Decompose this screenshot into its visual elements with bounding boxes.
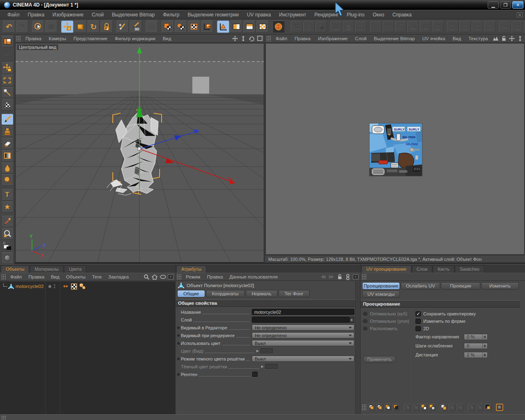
- tab-swatches[interactable]: Swatches: [455, 265, 484, 273]
- tex-menu-image[interactable]: Изображение: [314, 36, 351, 41]
- live-selection-icon[interactable]: [32, 21, 44, 33]
- layer-select-icon[interactable]: [420, 404, 428, 411]
- uv-tool-disabled-icon[interactable]: ◰: [459, 21, 471, 32]
- viewport-rotate-icon[interactable]: [248, 35, 255, 42]
- close-button[interactable]: ✕: [512, 1, 523, 9]
- uvw-tag-icon[interactable]: [71, 283, 77, 290]
- uv-btn-transform[interactable]: Изменить: [481, 282, 519, 290]
- vp-menu-filter[interactable]: Фильтр индикации: [111, 36, 159, 41]
- attr-link-icon[interactable]: [345, 274, 351, 280]
- visible-editor-dropdown[interactable]: Не определено: [252, 324, 354, 331]
- layer-orange-icon[interactable]: [384, 404, 392, 411]
- keep-orientation-checkbox[interactable]: [415, 311, 421, 317]
- uv-toolbar-drag-handle[interactable]: [362, 404, 366, 411]
- attributes-scrollbar[interactable]: [355, 281, 360, 414]
- obj-menu-bookmark[interactable]: Закладка: [105, 274, 132, 279]
- anim-dot[interactable]: [177, 342, 180, 345]
- uv-drag-handle[interactable]: [362, 274, 366, 280]
- menu-plugins[interactable]: Plug-ins: [342, 12, 368, 18]
- objects-drag-handle[interactable]: [1, 274, 6, 280]
- axis-lock-icon[interactable]: [100, 21, 113, 33]
- name-input[interactable]: [252, 309, 354, 315]
- uv-tool-disabled-icon[interactable]: ▦: [331, 21, 342, 32]
- search-icon[interactable]: [143, 274, 150, 280]
- uv-tool-disabled-icon[interactable]: ▧: [432, 21, 443, 32]
- uv-tool-disabled-icon[interactable]: ↝: [499, 21, 511, 32]
- visible-render-dropdown[interactable]: Не определено: [252, 332, 354, 338]
- tex-menu-file[interactable]: Файл: [272, 36, 291, 41]
- uv-tool-disabled-icon[interactable]: ⊠: [420, 21, 431, 32]
- paint-texture-icon[interactable]: [188, 21, 200, 33]
- color-picker-zoom-icon[interactable]: [1, 228, 14, 240]
- layout-quad-icon[interactable]: [256, 21, 269, 33]
- viewport-canvas[interactable]: Y Z X Центральный вид: [15, 43, 264, 262]
- expand-arrow-icon[interactable]: ▶: [261, 365, 264, 368]
- vp-menu-cameras[interactable]: Камеры: [45, 36, 70, 41]
- scale-tool-icon[interactable]: [74, 21, 87, 33]
- anim-dot[interactable]: [177, 334, 180, 337]
- obj-menu-tags[interactable]: Теги: [89, 274, 105, 279]
- uv-tool-disabled-icon[interactable]: ▨: [511, 21, 523, 32]
- stamp-tool-icon[interactable]: [1, 126, 14, 137]
- vp-menu-edit[interactable]: Правка: [22, 36, 45, 41]
- minimize-button[interactable]: ▁: [488, 1, 499, 9]
- tex-menu-layer[interactable]: Слой: [352, 36, 370, 41]
- grid-dark-mode-dropdown[interactable]: Выкл: [252, 356, 354, 362]
- dodge-tool-icon[interactable]: [1, 174, 14, 186]
- tab-attributes[interactable]: Атрибуты: [176, 265, 206, 273]
- menu-bitmap-selection[interactable]: Выделение Bitmap: [108, 12, 159, 18]
- texture-zoom-icon[interactable]: [517, 35, 523, 42]
- menubar-corner-icon[interactable]: ⧉: [517, 12, 523, 17]
- radio-optimal-angle[interactable]: [363, 319, 368, 324]
- direction-factor-field[interactable]: 0 %: [464, 334, 488, 340]
- vp-menu-view[interactable]: Вид: [159, 36, 175, 41]
- tab-brush[interactable]: Кисть: [433, 265, 454, 273]
- spinner-arrows-icon[interactable]: [482, 334, 487, 340]
- layer-copy-icon[interactable]: [376, 404, 383, 411]
- uv-mesh-edit-icon[interactable]: [1, 99, 14, 110]
- tab-layers[interactable]: Слои: [412, 265, 433, 273]
- uv-tool-disabled-icon[interactable]: ↕: [370, 21, 382, 32]
- layer-tool-disabled-icon[interactable]: [457, 404, 464, 411]
- move-tool-icon[interactable]: [61, 21, 73, 33]
- texture-drag-handle[interactable]: [266, 36, 271, 41]
- attributes-drag-handle[interactable]: [177, 274, 181, 280]
- tex-menu-texture[interactable]: Текстура: [465, 36, 492, 41]
- magic-wand-icon[interactable]: [1, 87, 14, 98]
- tex-menu-bitmap-selection[interactable]: Выделение Bitmap: [370, 36, 419, 41]
- obj-menu-view[interactable]: Вид: [48, 274, 63, 279]
- statusbar-drag-handle[interactable]: [1, 415, 6, 420]
- attr-menu-mode[interactable]: Режим: [183, 274, 203, 279]
- paint-brush-3d-icon[interactable]: 3D: [130, 21, 142, 33]
- rotate-tool-icon[interactable]: ↻: [87, 21, 100, 33]
- eyedropper-icon[interactable]: [1, 216, 14, 227]
- radio-optimal-cube[interactable]: [363, 312, 368, 316]
- obj-menu-file[interactable]: Файл: [7, 274, 25, 279]
- layer-tool-disabled-icon[interactable]: [468, 404, 475, 411]
- layer-input[interactable]: [252, 317, 349, 323]
- object-name[interactable]: motorcycle02: [16, 284, 43, 289]
- uv-tool-disabled-icon[interactable]: ◪: [315, 21, 327, 32]
- uv-mesh-mode-icon[interactable]: [217, 21, 229, 33]
- layer-mask-icon[interactable]: [393, 404, 400, 411]
- menu-filter[interactable]: Фильтр: [159, 12, 183, 18]
- vp-menu-display[interactable]: Представление: [70, 36, 111, 41]
- uv-tool-disabled-icon[interactable]: ◻: [447, 21, 459, 32]
- menu-layer[interactable]: Слой: [88, 12, 108, 18]
- projection-paint-icon[interactable]: [162, 21, 174, 33]
- dot-layer-icon[interactable]: [440, 404, 447, 411]
- tex-menu-uv-cell[interactable]: UV ячейка: [419, 36, 449, 41]
- layer-new-icon[interactable]: [368, 404, 375, 411]
- menu-window[interactable]: Окно: [369, 12, 388, 18]
- uv-tool-disabled-icon[interactable]: ▤: [343, 21, 354, 32]
- menu-image[interactable]: Изображение: [48, 12, 88, 18]
- layout-split-icon[interactable]: [230, 21, 242, 33]
- uv-btn-relax[interactable]: Ослабить UV: [401, 282, 440, 290]
- render-visibility-dots[interactable]: [54, 284, 55, 288]
- phong-tag-icon[interactable]: [62, 283, 69, 289]
- color-view-chip[interactable]: [260, 348, 273, 354]
- layer-tool-disabled-icon[interactable]: [476, 404, 484, 411]
- editor-visibility-dot[interactable]: [48, 285, 51, 288]
- layout-rows-icon[interactable]: [243, 21, 256, 33]
- attr-tab-coordinates[interactable]: Координаты: [206, 290, 245, 297]
